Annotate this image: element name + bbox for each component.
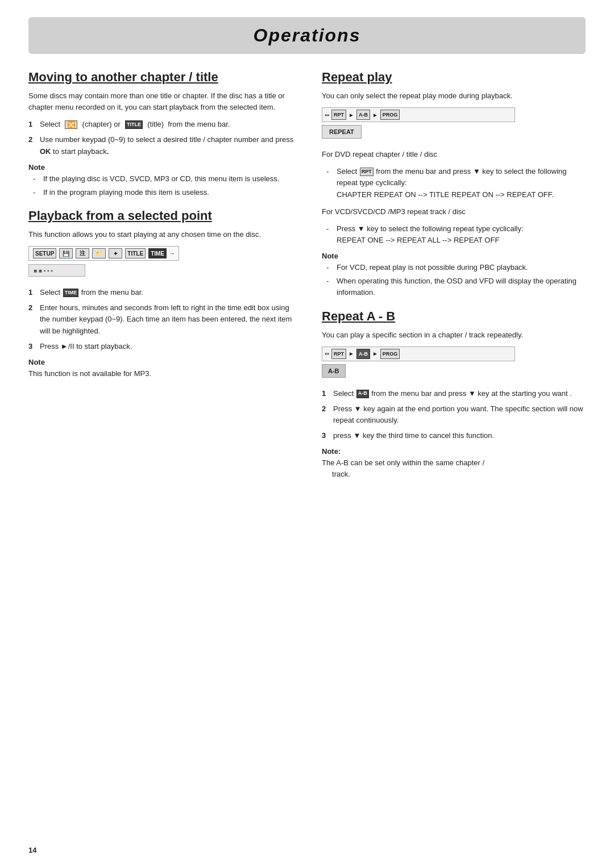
playback-menubar-container: SETUP 💾 注 📁 ✦ TITLE TIME → ■ ■ ▪ ▪ ▪ bbox=[28, 246, 301, 282]
section-playback: Playback from a selected point This func… bbox=[28, 208, 301, 379]
ab-label: A-B bbox=[356, 110, 370, 120]
step-2: 2 Use number keypad (0~9) to select a de… bbox=[28, 134, 301, 157]
time-step-icon: TIME bbox=[63, 289, 79, 297]
ab-arrow: ► bbox=[349, 350, 354, 357]
section-playback-body: This function allows you to start playin… bbox=[28, 229, 301, 240]
section-moving-body: Some discs may contain more than one tit… bbox=[28, 90, 301, 113]
ab-active-label: A-B bbox=[356, 349, 370, 359]
section-repeat-ab-title: Repeat A - B bbox=[322, 309, 586, 324]
playback-menubar: SETUP 💾 注 📁 ✦ TITLE TIME → bbox=[28, 246, 179, 261]
repeat-note-2: -When operating this function, the OSD a… bbox=[322, 276, 586, 298]
repeat-arrow-left: ⇔ bbox=[325, 112, 329, 118]
ab-menubar-container: ⇔ RPT ► A-B ► PROG A-B bbox=[322, 347, 586, 385]
time-sub-bar: ■ ■ ▪ ▪ ▪ bbox=[28, 264, 85, 277]
dvd-steps: - Select RPT from the menu bar and press… bbox=[322, 166, 586, 200]
kanji-icon: 注 bbox=[76, 248, 89, 258]
title-icon: TITLE bbox=[125, 120, 143, 129]
left-column: Moving to another chapter / title Some d… bbox=[28, 70, 301, 390]
rpt-label: RPT bbox=[331, 110, 346, 120]
dvd-step-1: - Select RPT from the menu bar and press… bbox=[322, 166, 586, 200]
section-repeat: Repeat play You can only select the repe… bbox=[322, 70, 586, 299]
playback-step-3: 3 Press ►/II to start playback. bbox=[28, 341, 301, 352]
section-moving-title: Moving to another chapter / title bbox=[28, 70, 301, 85]
page-header: Operations bbox=[28, 17, 586, 54]
repeat-note-1: -For VCD, repeat play is not possible du… bbox=[322, 262, 586, 273]
ab-prog-label: PROG bbox=[380, 349, 400, 359]
section-repeat-ab-body: You can play a specific section in a cha… bbox=[322, 329, 586, 341]
dvd-repeat-label: For DVD repeat chapter / title / disc bbox=[322, 149, 586, 160]
ab-note-label: Note: bbox=[322, 447, 586, 456]
ab-step-icon: A-B bbox=[356, 390, 369, 398]
ab-steps: 1 Select A-B from the menu bar and press… bbox=[322, 388, 586, 442]
repeat-note-label: Note bbox=[322, 252, 586, 260]
right-column: Repeat play You can only select the repe… bbox=[322, 70, 586, 491]
repeat-button: REPEAT bbox=[322, 125, 362, 139]
repeat-menubar: ⇔ RPT ► A-B ► PROG bbox=[322, 107, 515, 122]
setup-icon: SETUP bbox=[33, 248, 56, 258]
playback-step-2: 2 Enter hours, minutes and seconds from … bbox=[28, 302, 301, 336]
ab-step-1: 1 Select A-B from the menu bar and press… bbox=[322, 388, 586, 399]
ab-arrow-left: ⇔ bbox=[325, 350, 329, 357]
section-repeat-title: Repeat play bbox=[322, 70, 586, 85]
title-bar-icon: TITLE bbox=[125, 248, 146, 258]
vcd-repeat-label: For VCD/SVCD/CD /MP3 repeat track / disc bbox=[322, 206, 586, 218]
moving-note-item-2: -If in the program playing mode this ite… bbox=[28, 187, 301, 198]
moving-note-label: Note bbox=[28, 163, 301, 172]
rpt-step-icon: RPT bbox=[360, 168, 374, 176]
ab-step-3: 3 press ▼ key the third time to cancel t… bbox=[322, 430, 586, 441]
right-arrow: → bbox=[169, 250, 175, 257]
step-1: 1 Select 🔀 (chapter) or TITLE (title) fr… bbox=[28, 119, 301, 130]
ab-rpt-label: RPT bbox=[331, 349, 346, 359]
repeat-note-list: -For VCD, repeat play is not possible du… bbox=[322, 262, 586, 298]
disc-icon: 💾 bbox=[59, 248, 73, 258]
ab-separator: ► bbox=[372, 112, 378, 118]
moving-note-item-1: -If the playing disc is VCD, SVCD, MP3 o… bbox=[28, 173, 301, 185]
time-icon: TIME bbox=[148, 248, 167, 258]
folder-icon: 📁 bbox=[92, 248, 106, 258]
star-icon: ✦ bbox=[109, 248, 122, 258]
moving-note-list: -If the playing disc is VCD, SVCD, MP3 o… bbox=[28, 173, 301, 198]
playback-note-text: This function is not available for MP3. bbox=[28, 368, 301, 379]
ab-prog-arrow: ► bbox=[372, 350, 378, 357]
page-title: Operations bbox=[40, 25, 574, 46]
ab-button: A-B bbox=[322, 364, 346, 378]
section-moving-steps: 1 Select 🔀 (chapter) or TITLE (title) fr… bbox=[28, 119, 301, 157]
playback-note-label: Note bbox=[28, 358, 301, 366]
repeat-menubar-container: ⇔ RPT ► A-B ► PROG REPEAT bbox=[322, 107, 586, 145]
ab-note-text: The A-B can be set only within the same … bbox=[322, 457, 586, 480]
ab-menubar: ⇔ RPT ► A-B ► PROG bbox=[322, 347, 515, 361]
section-playback-steps: 1 Select TIME from the menu bar. 2 Enter… bbox=[28, 287, 301, 352]
section-repeat-ab: Repeat A - B You can play a specific sec… bbox=[322, 309, 586, 481]
vcd-step-1: - Press ▼ key to select the following re… bbox=[322, 223, 586, 246]
rpt-separator: ► bbox=[349, 112, 354, 118]
vcd-steps: - Press ▼ key to select the following re… bbox=[322, 223, 586, 246]
playback-step-1: 1 Select TIME from the menu bar. bbox=[28, 287, 301, 298]
page: Operations Moving to another chapter / t… bbox=[0, 0, 614, 868]
chapter-icon: 🔀 bbox=[65, 120, 77, 129]
prog-label: PROG bbox=[380, 110, 400, 120]
section-moving: Moving to another chapter / title Some d… bbox=[28, 70, 301, 198]
section-repeat-body: You can only select the repeat play mode… bbox=[322, 90, 586, 102]
page-number: 14 bbox=[28, 846, 36, 854]
ab-step-2: 2 Press ▼ key again at the end portion y… bbox=[322, 403, 586, 426]
section-playback-title: Playback from a selected point bbox=[28, 208, 301, 223]
